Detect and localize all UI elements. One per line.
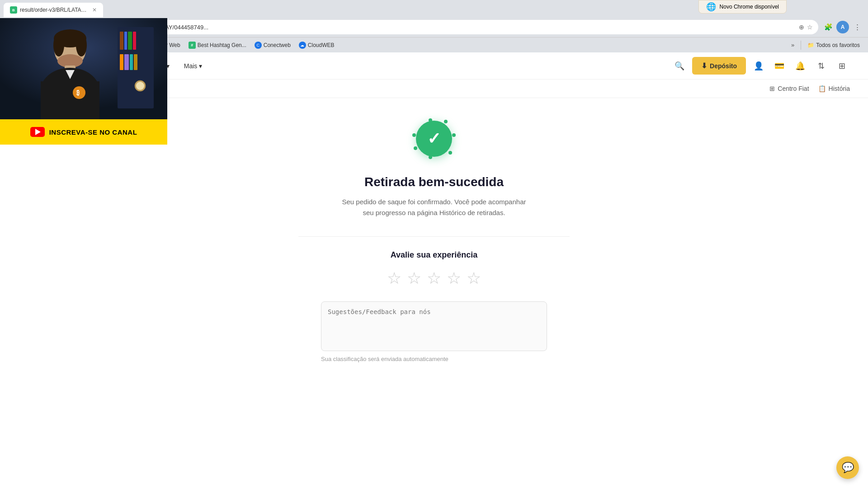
bookmark-hashtag-label: Best Hashtag Gen...: [198, 42, 246, 48]
deposit-label: Depósito: [710, 62, 737, 70]
rating-title: Avalie sua experiência: [391, 250, 477, 260]
address-bar[interactable]: 🔒 result/order-v3/BRL/LATAM_GATEWAY/0444…: [53, 20, 818, 34]
translate-icon[interactable]: ⊕: [799, 23, 804, 31]
star-4[interactable]: ☆: [447, 269, 461, 288]
checkmark-icon: ✓: [427, 129, 441, 148]
mais-chevron: ▾: [199, 62, 202, 70]
success-subtitle: Seu pedido de saque foi confirmado. Você…: [342, 197, 526, 218]
more-btn[interactable]: ⋮: [851, 21, 863, 33]
star-2[interactable]: ☆: [407, 269, 421, 288]
search-btn[interactable]: 🔍: [671, 58, 688, 74]
dot-7: [412, 133, 416, 137]
svg-rect-19: [41, 81, 99, 119]
user-btn[interactable]: 👤: [750, 58, 767, 74]
bookmarks-divider: [801, 41, 801, 50]
success-title: Retirada bem-sucedida: [364, 175, 504, 189]
nav-right: 🔍 ⬇ Depósito 👤 💳 🔔 ⇅ ⊞: [671, 57, 850, 75]
url-text: result/order-v3/BRL/LATAM_GATEWAY/044458…: [70, 24, 795, 31]
svg-rect-8: [130, 54, 133, 70]
hashtag-favicon: #: [189, 42, 196, 49]
centro-fiat-icon: ⊞: [769, 85, 775, 92]
conectweb-favicon: C: [255, 42, 262, 49]
tab-title: result/order-v3/BRL/LATAM_GATEWAY/044458…: [20, 7, 90, 13]
folder-icon: 📁: [807, 42, 814, 48]
svg-rect-3: [124, 32, 127, 50]
historia-label: História: [829, 85, 850, 92]
new-chrome-label: Novo Chrome disponível: [720, 4, 779, 10]
tab-favicon: B: [10, 6, 17, 14]
wallet-btn[interactable]: 💳: [771, 58, 788, 74]
todos-favs-label: Todos os favoritos: [816, 42, 860, 48]
svg-rect-2: [120, 32, 123, 50]
historia-link[interactable]: 📋 História: [818, 85, 850, 92]
subscribe-text: INSCREVA-SE NO CANAL: [49, 128, 137, 136]
star-1[interactable]: ☆: [387, 269, 401, 288]
subtitle-line1: Seu pedido de saque foi confirmado. Você…: [342, 198, 526, 206]
tab-close-btn[interactable]: ✕: [92, 7, 97, 13]
historia-icon: 📋: [818, 85, 826, 92]
address-bar-icons: ⊕ ☆: [799, 23, 813, 31]
toolbar-actions: 🧩 A ⋮: [822, 21, 863, 33]
bookmark-conectweb[interactable]: C Conectweb: [251, 40, 294, 50]
rating-section: Avalie sua experiência ☆ ☆ ☆ ☆ ☆ Sua cla…: [298, 250, 570, 362]
star-rating: ☆ ☆ ☆ ☆ ☆: [387, 269, 481, 288]
success-icon-wrapper: ✓: [411, 116, 457, 161]
bookmark-cloudweb[interactable]: ☁ CloudWEB: [295, 40, 338, 50]
feedback-textarea[interactable]: [321, 301, 547, 351]
cloudweb-favicon: ☁: [299, 42, 306, 49]
profile-avatar: A: [836, 21, 849, 33]
bookmarks-more-btn[interactable]: »: [788, 40, 798, 50]
new-chrome-banner[interactable]: 🌐 Novo Chrome disponível: [698, 0, 787, 14]
bitcoin-badge: [133, 81, 158, 106]
svg-rect-5: [133, 32, 136, 50]
centro-fiat-label: Centro Fiat: [778, 85, 809, 92]
svg-rect-9: [134, 54, 137, 70]
transfer-btn[interactable]: ⇅: [813, 58, 829, 74]
deposit-icon: ⬇: [701, 61, 707, 70]
section-divider: [298, 236, 570, 237]
svg-text:₿: ₿: [76, 89, 80, 96]
youtube-play-icon: [35, 129, 41, 135]
dot-2: [444, 120, 448, 123]
bookmark-icon[interactable]: ☆: [807, 23, 813, 31]
dot-3: [452, 133, 456, 137]
youtube-icon: [30, 127, 45, 137]
subtitle-line2: seu progresso na página Histórico de ret…: [363, 209, 505, 216]
subscribe-bar[interactable]: INSCREVA-SE NO CANAL: [0, 119, 167, 145]
active-tab[interactable]: B result/order-v3/BRL/LATAM_GATEWAY/0444…: [4, 3, 103, 17]
extensions-btn[interactable]: 🧩: [822, 21, 835, 33]
video-overlay: ₿ INSCREVA-SE NO CANAL: [0, 18, 167, 145]
svg-rect-7: [124, 54, 129, 70]
grid-btn[interactable]: ⊞: [834, 58, 850, 74]
svg-point-15: [76, 34, 87, 56]
bookmark-conectweb-label: Conectweb: [264, 42, 291, 48]
svg-rect-4: [128, 32, 132, 50]
nav-mais[interactable]: Mais ▾: [178, 59, 209, 73]
dot-4: [448, 151, 452, 155]
bookmark-cloudweb-label: CloudWEB: [308, 42, 335, 48]
star-3[interactable]: ☆: [427, 269, 441, 288]
star-5[interactable]: ☆: [467, 269, 481, 288]
success-circle: ✓: [416, 121, 452, 157]
svg-rect-6: [120, 54, 123, 70]
bookmark-hashtag[interactable]: # Best Hashtag Gen...: [185, 40, 250, 50]
notification-btn[interactable]: 🔔: [792, 58, 808, 74]
todos-favs-btn[interactable]: 📁 Todos os favoritos: [804, 41, 863, 50]
dot-6: [414, 146, 417, 150]
svg-point-14: [53, 34, 64, 56]
profile-btn[interactable]: A: [836, 21, 849, 33]
centro-fiat-link[interactable]: ⊞ Centro Fiat: [769, 85, 809, 92]
chat-button[interactable]: 💬: [836, 456, 859, 479]
deposit-button[interactable]: ⬇ Depósito: [692, 57, 746, 75]
breadcrumb-right: ⊞ Centro Fiat 📋 História: [769, 85, 850, 92]
video-placeholder: ₿: [0, 18, 167, 119]
chat-icon: 💬: [842, 462, 854, 474]
feedback-note: Sua classificação será enviada automatic…: [321, 356, 448, 362]
